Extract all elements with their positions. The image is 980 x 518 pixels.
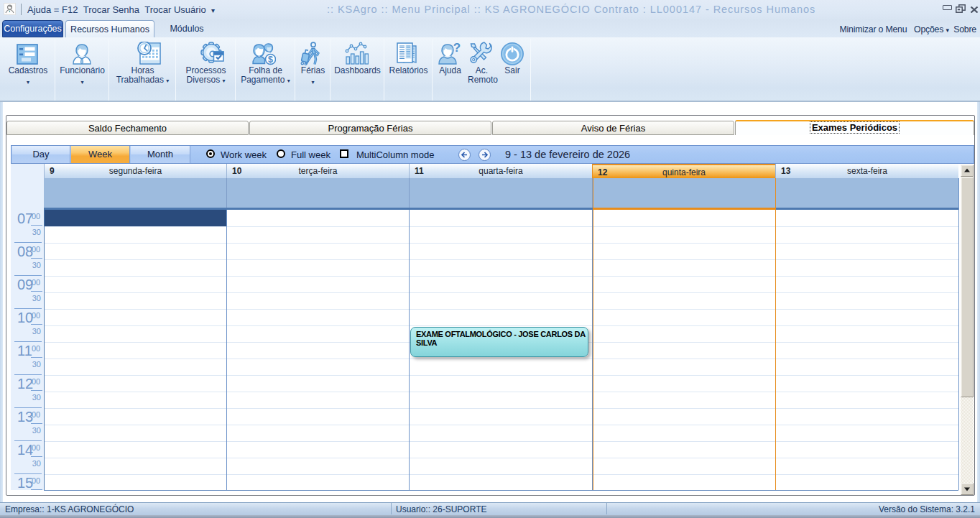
svg-text:?: ? (453, 42, 461, 55)
svg-text:$: $ (268, 55, 273, 65)
